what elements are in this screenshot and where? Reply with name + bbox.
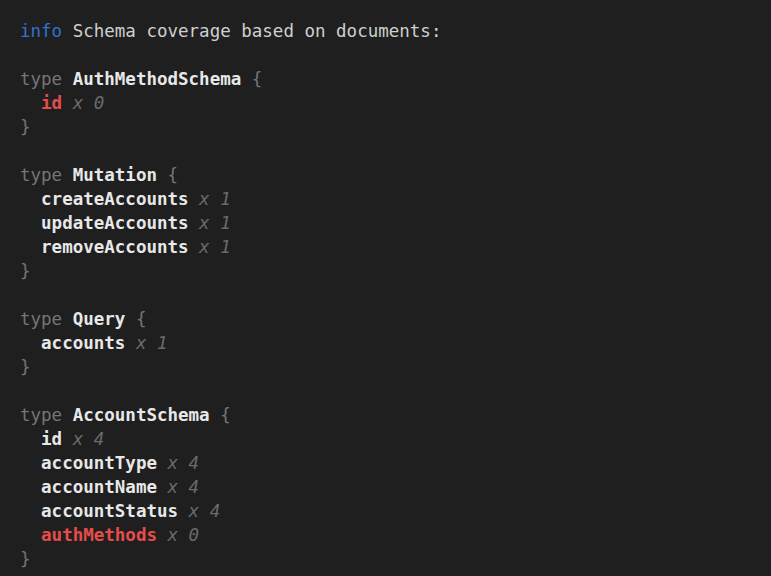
info-label: info: [20, 21, 62, 41]
type-keyword: type: [20, 405, 62, 425]
field-row: accountNamex 4: [20, 475, 761, 499]
type-header-authmethodschema: typeAuthMethodSchema{: [20, 67, 761, 91]
field-count: x 1: [136, 333, 168, 353]
open-brace: {: [252, 69, 263, 89]
field-row: accountStatusx 4: [20, 499, 761, 523]
info-line: infoSchema coverage based on documents:: [20, 19, 761, 43]
field-name-uncovered: id: [41, 93, 62, 113]
field-row: accountTypex 4: [20, 451, 761, 475]
field-row: removeAccountsx 1: [20, 235, 761, 259]
close-brace: }: [20, 357, 31, 377]
field-name: removeAccounts: [41, 237, 189, 257]
close-brace: }: [20, 261, 31, 281]
field-count: x 4: [168, 477, 200, 497]
type-name: Mutation: [73, 165, 157, 185]
field-name: id: [41, 429, 62, 449]
type-header-query: typeQuery{: [20, 307, 761, 331]
close-brace: }: [20, 117, 31, 137]
type-close-line: }: [20, 259, 761, 283]
type-keyword: type: [20, 165, 62, 185]
type-close-line: }: [20, 547, 761, 571]
field-name: updateAccounts: [41, 213, 189, 233]
close-brace: }: [20, 549, 31, 569]
type-keyword: type: [20, 69, 62, 89]
field-name: accountStatus: [41, 501, 178, 521]
field-name: accounts: [41, 333, 125, 353]
field-count: x 4: [73, 429, 105, 449]
type-close-line: }: [20, 115, 761, 139]
field-row: authMethodsx 0: [20, 523, 761, 547]
blank-line: [20, 43, 761, 67]
field-count: x 1: [199, 213, 231, 233]
open-brace: {: [136, 309, 147, 329]
blank-line: [20, 139, 761, 163]
field-name-uncovered: authMethods: [41, 525, 157, 545]
type-close-line: }: [20, 355, 761, 379]
type-keyword: type: [20, 309, 62, 329]
blank-line: [20, 283, 761, 307]
field-name: accountType: [41, 453, 157, 473]
field-name: createAccounts: [41, 189, 189, 209]
info-message: Schema coverage based on documents:: [73, 21, 442, 41]
field-count: x 1: [199, 189, 231, 209]
type-header-mutation: typeMutation{: [20, 163, 761, 187]
type-name: AuthMethodSchema: [73, 69, 242, 89]
field-row: idx 0: [20, 91, 761, 115]
open-brace: {: [168, 165, 179, 185]
field-count: x 0: [168, 525, 200, 545]
field-count: x 4: [189, 501, 221, 521]
terminal-output: infoSchema coverage based on documents: …: [0, 0, 771, 576]
field-count: x 0: [73, 93, 105, 113]
type-name: AccountSchema: [73, 405, 210, 425]
field-count: x 1: [199, 237, 231, 257]
field-row: accountsx 1: [20, 331, 761, 355]
type-header-accountschema: typeAccountSchema{: [20, 403, 761, 427]
open-brace: {: [220, 405, 231, 425]
field-row: createAccountsx 1: [20, 187, 761, 211]
field-name: accountName: [41, 477, 157, 497]
field-count: x 4: [168, 453, 200, 473]
type-name: Query: [73, 309, 126, 329]
blank-line: [20, 379, 761, 403]
field-row: updateAccountsx 1: [20, 211, 761, 235]
field-row: idx 4: [20, 427, 761, 451]
